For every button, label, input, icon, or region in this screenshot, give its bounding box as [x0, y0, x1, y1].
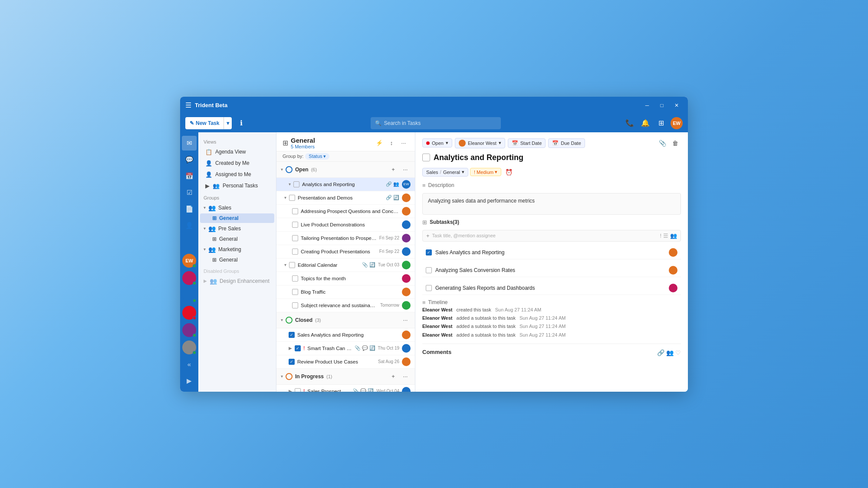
- marketing-general-item[interactable]: ⊞ General: [200, 255, 274, 265]
- subtask1-checkbox[interactable]: ✓: [426, 249, 432, 255]
- analytics-reporting-row[interactable]: ▾ Analytics and Reporting 🔗 👥 EW: [276, 178, 415, 191]
- assignee-pill[interactable]: Eleanor West ▾: [455, 138, 505, 148]
- group-by-pill[interactable]: Status ▾: [305, 153, 329, 160]
- mail-nav-icon[interactable]: ✉: [182, 136, 197, 151]
- breadcrumb-sales-pill[interactable]: Sales / General ▾: [422, 168, 468, 177]
- analytics-checkbox[interactable]: [293, 181, 299, 187]
- bell-icon[interactable]: 🔔: [639, 117, 651, 129]
- comments-heart-icon[interactable]: ♡: [675, 349, 681, 356]
- smart-trash-row[interactable]: ▶ ✓ ! Smart Trash Can Projec... 📎 💬 🔄 Th…: [276, 342, 415, 355]
- clock-icon[interactable]: ⏰: [503, 167, 514, 178]
- presentation-checkbox[interactable]: [289, 195, 295, 201]
- close-button[interactable]: ✕: [671, 99, 683, 111]
- minimize-button[interactable]: ─: [641, 99, 653, 111]
- presentation-demos-row[interactable]: ▾ Presentation and Demos 🔗 🔄: [276, 191, 415, 205]
- sort-icon[interactable]: ↕: [386, 138, 397, 148]
- contacts-nav-icon[interactable]: 👤: [182, 218, 197, 233]
- new-task-main[interactable]: ✎ New Task: [185, 117, 224, 129]
- filter-icon[interactable]: ⚡: [374, 138, 385, 148]
- subtask-add-input[interactable]: Task title, @mention assignee: [432, 233, 658, 238]
- blog-checkbox[interactable]: [292, 289, 298, 295]
- sales-general-item[interactable]: ⊞ General: [200, 213, 274, 223]
- sales-prospect-row[interactable]: ▶ ! Sales Prospect Analysis 📎 💬 🔄 Wed Oc…: [276, 385, 415, 392]
- tailoring-row[interactable]: Tailoring Presentation to Prospect... Fr…: [276, 232, 415, 245]
- start-date-pill[interactable]: 📅 Start Date: [508, 138, 546, 148]
- smart-trash-checkbox[interactable]: ✓: [295, 345, 301, 351]
- sales-analytics-checkbox[interactable]: ✓: [289, 332, 295, 338]
- subtask-priority-icon[interactable]: !: [660, 233, 661, 239]
- topics-checkbox[interactable]: [292, 275, 298, 282]
- open-more-icon[interactable]: ···: [400, 164, 411, 175]
- inprogress-more-icon[interactable]: ···: [400, 371, 411, 382]
- priority-pill[interactable]: ! Medium ▾: [470, 168, 501, 176]
- editorial-checkbox[interactable]: [289, 262, 295, 268]
- comments-people-icon[interactable]: 👥: [666, 349, 674, 356]
- phone-icon[interactable]: 📞: [624, 117, 636, 129]
- hamburger-icon[interactable]: ☰: [185, 101, 191, 109]
- side-avatar-4[interactable]: [182, 306, 196, 320]
- subject-relevance-row[interactable]: Subject relevance and sustainability Tom…: [276, 299, 415, 312]
- grid-icon[interactable]: ⊞: [655, 117, 667, 129]
- subtask-add-row[interactable]: + Task title, @mention assignee ! ☰ 👥: [422, 230, 681, 242]
- open-section-header[interactable]: ▾ Open (6) + ···: [276, 162, 415, 178]
- subtask2-checkbox[interactable]: [426, 267, 432, 273]
- subject-checkbox[interactable]: [292, 302, 298, 308]
- agenda-view-item[interactable]: 📋 Agenda View: [200, 147, 274, 157]
- subtask3-row[interactable]: Generating Sales Reports and Dashboards: [422, 282, 681, 295]
- tailoring-checkbox[interactable]: [292, 235, 298, 241]
- closed-section-header[interactable]: ▾ Closed (3) ···: [276, 312, 415, 328]
- video-icon[interactable]: ▶: [182, 373, 197, 388]
- attach-icon[interactable]: 📎: [657, 138, 668, 149]
- design-enhancement-item[interactable]: ▶ 👥 Design Enhancement: [200, 276, 274, 286]
- sales-group-header[interactable]: ▾ 👥 Sales: [200, 203, 274, 213]
- subtask3-checkbox[interactable]: [426, 285, 432, 291]
- review-product-row[interactable]: ✓ Review Product Use Cases Sat Aug 26: [276, 355, 415, 369]
- sales-prospect-checkbox[interactable]: [295, 388, 301, 392]
- detail-title-checkbox[interactable]: [422, 154, 430, 161]
- live-product-row[interactable]: Live Product Demonstrations: [276, 218, 415, 232]
- comments-link-icon[interactable]: 🔗: [657, 349, 664, 356]
- side-avatar-6[interactable]: [182, 341, 196, 354]
- delete-icon[interactable]: 🗑: [670, 138, 681, 149]
- new-task-button[interactable]: ✎ New Task ▾: [185, 117, 232, 129]
- inprogress-add-icon[interactable]: +: [388, 371, 398, 382]
- open-add-icon[interactable]: +: [388, 164, 398, 175]
- live-product-checkbox[interactable]: [292, 222, 298, 228]
- panel-members[interactable]: 5 Members: [291, 144, 315, 149]
- topics-month-row[interactable]: Topics for the month: [276, 272, 415, 285]
- help-icon[interactable]: ℹ: [235, 117, 247, 129]
- docs-nav-icon[interactable]: 📄: [182, 202, 197, 216]
- editorial-calendar-row[interactable]: ▾ Editorial Calendar 📎 🔄 Tue Oct 03: [276, 259, 415, 272]
- chat-nav-icon[interactable]: 💬: [182, 152, 197, 167]
- side-avatar-3[interactable]: [182, 288, 196, 302]
- assigned-to-item[interactable]: 👤 Assigned to Me: [200, 169, 274, 180]
- expand-icon[interactable]: «: [182, 357, 197, 372]
- creating-product-checkbox[interactable]: [292, 249, 298, 255]
- creating-product-row[interactable]: Creating Product Presentations Fri Sep 2…: [276, 245, 415, 259]
- tasks-nav-icon[interactable]: ☑: [182, 185, 197, 200]
- side-avatar-1[interactable]: EW: [182, 254, 196, 268]
- maximize-button[interactable]: □: [656, 99, 668, 111]
- sales-analytics-row[interactable]: ✓ Sales Analytics and Reporting: [276, 328, 415, 342]
- marketing-group-header[interactable]: ▾ 👥 Marketing: [200, 244, 274, 255]
- subtask-people-icon[interactable]: 👥: [670, 233, 677, 239]
- calendar-nav-icon[interactable]: 📅: [182, 169, 197, 183]
- closed-more-icon[interactable]: ···: [400, 315, 411, 325]
- created-by-item[interactable]: 👤 Created by Me: [200, 158, 274, 169]
- inprogress-section-header[interactable]: ▾ In Progress (1) + ···: [276, 369, 415, 385]
- addressing-checkbox[interactable]: [292, 208, 298, 214]
- description-box[interactable]: Analyzing sales data and performance met…: [422, 193, 681, 215]
- side-avatar-5[interactable]: [182, 323, 196, 337]
- subtask1-row[interactable]: ✓ Sales Analytics and Reporting: [422, 246, 681, 259]
- addressing-prospect-row[interactable]: Addressing Prospect Questions and Concer…: [276, 205, 415, 218]
- personal-tasks-item[interactable]: ▶ 👥 Personal Tasks: [200, 180, 274, 191]
- search-box[interactable]: 🔍 Search in Tasks: [371, 117, 501, 129]
- pre-sales-general-item[interactable]: ⊞ General: [200, 234, 274, 244]
- review-product-checkbox[interactable]: ✓: [289, 359, 295, 365]
- side-avatar-2[interactable]: [182, 271, 196, 285]
- status-pill[interactable]: Open ▾: [422, 138, 452, 147]
- blog-traffic-row[interactable]: Blog Traffic: [276, 285, 415, 299]
- subtask-list-icon[interactable]: ☰: [663, 233, 668, 239]
- more-icon[interactable]: ···: [398, 138, 409, 148]
- subtask2-row[interactable]: Analyzing Sales Conversion Rates: [422, 264, 681, 277]
